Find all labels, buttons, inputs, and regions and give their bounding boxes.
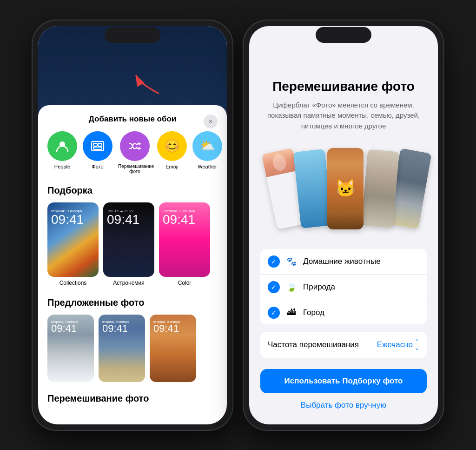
shuffle-label: Перемешивание фото [118, 164, 152, 174]
wp-winter-1: вторник, 9 января 09:41 [47, 315, 94, 382]
clock-astronomy: 09:41 [107, 213, 139, 226]
chevron-icon: ⌃⌄ [415, 338, 419, 351]
collection-item-collections[interactable]: вторник, 9 января 09:41 Collections [47, 202, 99, 286]
category-row: People Фото [38, 131, 227, 181]
collection-preview-dark: Thu 16 ☁ 22:22 09:41 [103, 202, 154, 277]
close-button[interactable]: × [204, 114, 218, 128]
sheet-content: Добавить новые обои × [38, 105, 227, 424]
category-photo[interactable]: Фото [83, 131, 112, 174]
modal-overlay: Добавить новые обои × [38, 26, 227, 424]
feature-description: Циферблат «Фото» меняется со временем, п… [260, 100, 427, 132]
shuffle-section-header: Перемешивание фото [38, 390, 227, 410]
time-display-astronomy: Thu 16 ☁ 22:22 09:41 [107, 209, 139, 226]
photo-label: Фото [92, 164, 103, 169]
option-city[interactable]: ✓ 🏙 Город [260, 300, 427, 325]
suggested-section-header: Предложенные фото [38, 294, 227, 315]
city-label: Город [303, 308, 419, 317]
nature-icon: 🍃 [285, 282, 298, 292]
svg-rect-2 [93, 143, 97, 146]
suggested-preview-2: вторник, 9 января 09:41 [99, 315, 145, 382]
close-icon: × [209, 118, 212, 125]
suggested-preview-3: вторник, 9 января 09:41 [150, 315, 196, 382]
pets-icon: 🐾 [285, 256, 298, 267]
time-winter-1: вторник, 9 января 09:41 [51, 320, 78, 334]
sheet-header: Добавить новые обои × [38, 114, 227, 131]
emoji-label: Emoji [165, 164, 178, 169]
right-screen: Перемешивание фото Циферблат «Фото» меня… [249, 26, 438, 424]
right-phone: Перемешивание фото Циферблат «Фото» меня… [244, 20, 443, 430]
options-list: ✓ 🐾 Домашние животные ✓ 🍃 Природа ✓ 🏙 Го… [260, 249, 427, 325]
wp-dark: Thu 16 ☁ 22:22 09:41 [103, 202, 154, 277]
select-manual-button[interactable]: Выбрать фото вручную [301, 401, 386, 410]
frequency-value-container[interactable]: Ежечасно ⌃⌄ [377, 338, 419, 351]
option-nature[interactable]: ✓ 🍃 Природа [260, 275, 427, 300]
stack-card-cat: 🐱 [327, 148, 364, 229]
use-collection-button[interactable]: Использовать Подборку фото [260, 369, 427, 393]
photo-icon-circle [83, 131, 112, 161]
check-nature: ✓ [268, 281, 280, 293]
dynamic-island-right [316, 27, 371, 43]
suggested-item-3[interactable]: вторник, 9 января 09:41 [150, 315, 196, 382]
svg-rect-3 [98, 143, 102, 146]
option-pets[interactable]: ✓ 🐾 Домашние животные [260, 249, 427, 275]
left-phone: Добавить новые обои × [33, 20, 232, 430]
photo-stack: 🐱 [264, 142, 423, 235]
svg-rect-4 [93, 147, 102, 149]
check-pets: ✓ [268, 255, 280, 268]
wp-pink: Tuesday, 9 January 09:41 [159, 202, 210, 277]
person-svg [54, 138, 70, 154]
svg-point-6 [271, 153, 288, 172]
people-label: People [54, 164, 70, 169]
collection-label-color: Color [178, 280, 192, 286]
suggested-item-1[interactable]: вторник, 9 января 09:41 [47, 315, 94, 382]
wp-blue: вторник, 9 января 09:41 [47, 202, 99, 277]
collections-section-header: Подборка [38, 181, 227, 202]
collection-label-collections: Collections [60, 280, 87, 286]
weather-label: Weather [198, 164, 217, 169]
people-icon-circle [47, 131, 77, 161]
suggested-preview-1: вторник, 9 января 09:41 [47, 315, 94, 382]
card-bg-cat: 🐱 [327, 148, 364, 229]
card-bg-4 [361, 149, 399, 228]
collection-item-color[interactable]: Tuesday, 9 January 09:41 Color [159, 202, 210, 286]
stack-card-4 [361, 149, 399, 228]
feature-title: Перемешивание фото [272, 79, 415, 94]
city-icon: 🏙 [285, 308, 298, 317]
time-display-color: Tuesday, 9 January 09:41 [163, 209, 195, 226]
sheet-title: Добавить новые обои [89, 114, 177, 124]
wp-cat: вторник, 9 января 09:41 [150, 315, 196, 382]
left-screen: Добавить новые обои × [38, 26, 227, 424]
dynamic-island-left [105, 27, 160, 43]
collection-item-astronomy[interactable]: Thu 16 ☁ 22:22 09:41 Астрономия [103, 202, 154, 286]
photo-svg [90, 138, 106, 154]
frequency-value: Ежечасно [377, 340, 413, 349]
wp-building: вторник, 9 января 09:41 [99, 315, 145, 382]
category-shuffle[interactable]: Перемешивание фото [118, 131, 152, 174]
time-cat: вторник, 9 января 09:41 [153, 320, 180, 334]
time-display-collections: вторник, 9 января 09:41 [51, 209, 84, 226]
category-emoji[interactable]: 😊 Emoji [157, 131, 187, 174]
collection-label-astronomy: Астрономия [113, 280, 145, 286]
pets-label: Домашние животные [303, 257, 419, 266]
collection-preview-pink: Tuesday, 9 January 09:41 [159, 202, 210, 277]
suggested-item-2[interactable]: вторник, 9 января 09:41 [99, 315, 145, 382]
suggested-row: вторник, 9 января 09:41 вторник, 9 январ… [38, 315, 227, 390]
frequency-label: Частота перемешивания [268, 340, 359, 349]
collection-preview-blue: вторник, 9 января 09:41 [47, 202, 99, 277]
nature-label: Природа [303, 282, 419, 292]
time-building: вторник, 9 января 09:41 [102, 320, 129, 334]
card-bg-1 [262, 148, 298, 177]
weather-icon-circle: ⛅ [192, 131, 222, 161]
frequency-row: Частота перемешивания Ежечасно ⌃⌄ [260, 332, 427, 358]
category-people[interactable]: People [47, 131, 77, 174]
check-city: ✓ [268, 307, 280, 319]
category-weather[interactable]: ⛅ Weather [192, 131, 222, 174]
emoji-icon-circle: 😊 [157, 131, 187, 161]
hand-svg [268, 149, 291, 176]
shuffle-icon-circle [120, 131, 150, 161]
collections-row: вторник, 9 января 09:41 Collections [38, 202, 227, 294]
clock-collections: 09:41 [51, 213, 84, 226]
clock-color: 09:41 [163, 213, 195, 226]
shuffle-svg [127, 138, 143, 154]
